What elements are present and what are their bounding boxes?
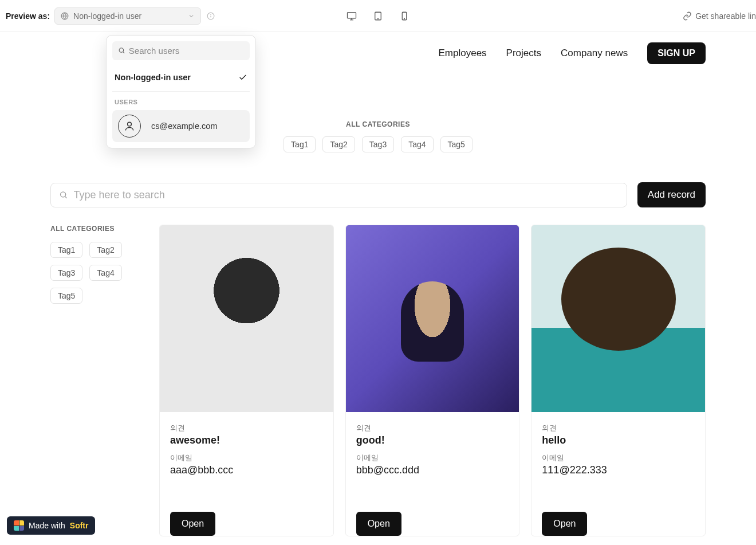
main-content: ALL CATEGORIES Tag1 Tag2 Tag3 Tag4 Tag5 … (50, 225, 706, 536)
card-opinion-value: awesome! (170, 434, 323, 446)
card-opinion-value: good! (356, 434, 509, 446)
svg-rect-7 (348, 13, 356, 18)
card-email-label: 이메일 (170, 453, 323, 463)
brand-logo[interactable] (50, 48, 62, 59)
mobile-icon[interactable] (399, 11, 410, 21)
check-icon (238, 73, 247, 82)
nav-projects[interactable]: Projects (506, 48, 541, 59)
nav-company-news[interactable]: Company news (561, 48, 628, 59)
svg-point-6 (211, 14, 211, 15)
preview-bar: Preview as: Non-logged-in user Non-logge… (0, 0, 756, 32)
chevron-down-icon (188, 13, 195, 19)
card-email-label: 이메일 (356, 453, 509, 463)
svg-point-11 (378, 18, 379, 19)
svg-point-3 (128, 122, 132, 126)
search-icon (118, 46, 125, 54)
dropdown-user-row[interactable]: cs@example.com (112, 110, 250, 142)
softr-prefix: Made with (29, 521, 65, 530)
card-body: 의견 good! 이메일 bbb@ccc.ddd (346, 412, 519, 489)
preview-as-label: Preview as: (6, 11, 50, 21)
add-record-button[interactable]: Add record (637, 182, 706, 207)
search-row: Add record (50, 182, 706, 207)
cards: 의견 awesome! 이메일 aaa@bbb.ccc Open 의견 good… (159, 225, 706, 536)
preview-selected-text: Non-logged-in user (73, 11, 188, 21)
info-icon[interactable] (207, 12, 215, 20)
signup-button[interactable]: SIGN UP (647, 42, 706, 64)
open-button[interactable]: Open (170, 512, 215, 536)
card-opinion-label: 의견 (170, 424, 323, 433)
svg-line-2 (123, 52, 124, 53)
share-link-text: Get shareable lin (695, 11, 756, 21)
card-email-value: bbb@ccc.ddd (356, 464, 509, 476)
card-image (531, 225, 705, 412)
svg-point-13 (404, 18, 405, 19)
divider (112, 91, 250, 92)
tag[interactable]: Tag4 (401, 136, 433, 152)
card-opinion-label: 의견 (356, 424, 509, 433)
dropdown-search[interactable] (112, 41, 250, 60)
dropdown-option-label: Non-logged-in user (115, 73, 191, 82)
avatar (118, 115, 141, 138)
preview-dropdown: Non-logged-in user Non-logged-in user US… (54, 7, 201, 25)
tag[interactable]: Tag3 (362, 136, 394, 152)
tablet-icon[interactable] (373, 11, 383, 21)
tag[interactable]: Tag2 (89, 242, 121, 258)
card-email-value: aaa@bbb.ccc (170, 464, 323, 476)
sidebar: ALL CATEGORIES Tag1 Tag2 Tag3 Tag4 Tag5 (50, 225, 143, 536)
preview-user-select[interactable]: Non-logged-in user (54, 7, 201, 25)
card-image (160, 225, 333, 412)
svg-point-1 (119, 48, 123, 52)
card-email-value: 111@222.333 (542, 464, 695, 476)
search-box[interactable] (50, 183, 627, 207)
tag[interactable]: Tag3 (50, 265, 82, 281)
dropdown-search-input[interactable] (129, 46, 244, 56)
tag[interactable]: Tag1 (284, 136, 316, 152)
tag[interactable]: Tag2 (322, 136, 355, 152)
card-image (346, 225, 519, 412)
made-with-softr-badge[interactable]: Made with Softr (7, 516, 95, 535)
softr-logo-icon (14, 520, 24, 531)
viewport-switcher (346, 11, 410, 21)
tag[interactable]: Tag4 (89, 265, 121, 281)
user-email: cs@example.com (151, 121, 217, 131)
card: 의견 hello 이메일 111@222.333 Open (531, 225, 706, 536)
search-icon (59, 190, 68, 199)
dropdown-users-header: USERS (112, 99, 250, 110)
card-email-label: 이메일 (542, 453, 695, 463)
tag[interactable]: Tag5 (50, 288, 82, 304)
card-opinion-value: hello (542, 434, 695, 446)
tag[interactable]: Tag1 (50, 242, 82, 258)
svg-point-14 (61, 192, 66, 197)
softr-brand: Softr (70, 521, 89, 530)
search-input[interactable] (74, 189, 619, 201)
open-button[interactable]: Open (542, 512, 587, 536)
nav-employees[interactable]: Employees (439, 48, 487, 59)
user-icon (124, 120, 135, 132)
globe-icon (61, 12, 69, 20)
card-opinion-label: 의견 (542, 424, 695, 433)
card: 의견 awesome! 이메일 aaa@bbb.ccc Open (159, 225, 334, 536)
sidebar-categories-title: ALL CATEGORIES (50, 225, 143, 233)
main-nav: Employees Projects Company news SIGN UP (439, 42, 706, 64)
card-body: 의견 hello 이메일 111@222.333 (531, 412, 705, 489)
card: 의견 good! 이메일 bbb@ccc.ddd Open (345, 225, 520, 536)
svg-line-15 (65, 197, 67, 198)
preview-dropdown-panel: Non-logged-in user USERS cs@example.com (106, 35, 256, 148)
tag[interactable]: Tag5 (440, 136, 472, 152)
open-button[interactable]: Open (356, 512, 401, 536)
card-body: 의견 awesome! 이메일 aaa@bbb.ccc (160, 412, 333, 489)
sidebar-tags: Tag1 Tag2 Tag3 Tag4 Tag5 (50, 242, 143, 304)
dropdown-option-non-logged-in[interactable]: Non-logged-in user (112, 67, 250, 88)
desktop-icon[interactable] (346, 11, 357, 21)
get-shareable-link[interactable]: Get shareable lin (683, 11, 756, 21)
link-icon (683, 11, 692, 21)
